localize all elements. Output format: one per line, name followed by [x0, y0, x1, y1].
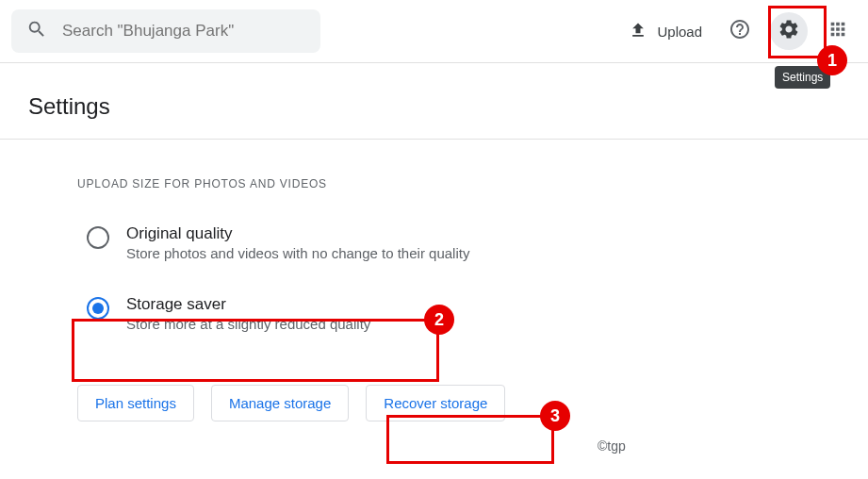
upload-label: Upload — [657, 24, 702, 40]
search-input[interactable] — [62, 22, 305, 41]
annotation-highlight-2 — [72, 319, 439, 382]
header-bar: Upload — [0, 0, 868, 63]
annotation-highlight-1 — [768, 6, 827, 58]
radio-original-quality[interactable]: Original quality Store photos and videos… — [77, 219, 868, 267]
apps-icon — [827, 19, 848, 43]
radio-icon — [87, 226, 109, 249]
help-icon — [729, 18, 751, 44]
upload-button[interactable]: Upload — [621, 15, 710, 48]
copyright: ©tgp — [598, 438, 626, 454]
upload-icon — [629, 21, 647, 42]
annotation-callout-2: 2 — [424, 305, 454, 335]
search-icon — [26, 19, 47, 43]
annotation-callout-3: 3 — [540, 401, 570, 431]
manage-storage-button[interactable]: Manage storage — [211, 385, 349, 421]
plan-settings-button[interactable]: Plan settings — [77, 385, 194, 421]
annotation-highlight-3 — [386, 415, 554, 464]
radio-title: Storage saver — [126, 295, 370, 314]
radio-desc: Store photos and videos with no change t… — [126, 245, 469, 261]
page-title: Settings — [0, 63, 868, 139]
annotation-callout-1: 1 — [817, 45, 847, 75]
search-box[interactable] — [11, 9, 320, 53]
help-button[interactable] — [721, 12, 759, 50]
radio-title: Original quality — [126, 224, 469, 243]
radio-icon-selected — [87, 297, 109, 320]
section-label: UPLOAD SIZE FOR PHOTOS AND VIDEOS — [77, 177, 868, 190]
